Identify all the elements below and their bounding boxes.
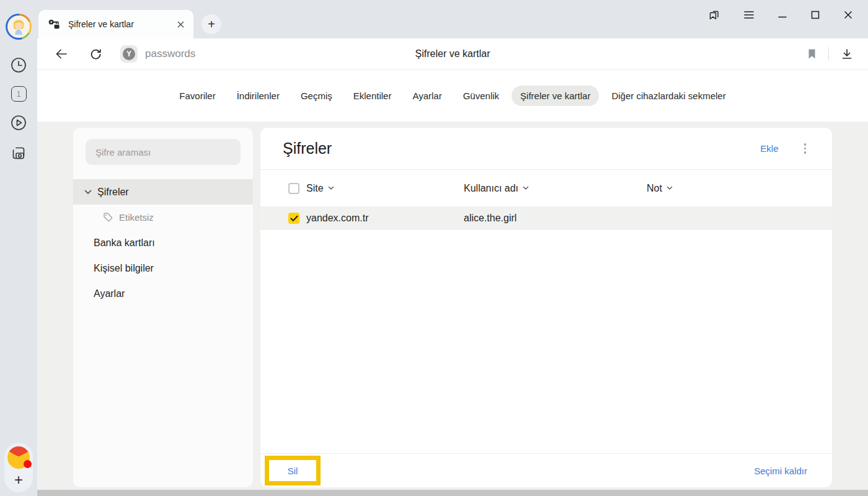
user-avatar[interactable] bbox=[6, 14, 32, 40]
toolbar-right-group bbox=[807, 47, 868, 61]
table-header-row: Site Kullanıcı adı Not bbox=[260, 170, 832, 206]
sidebar-item-banka-kartlari[interactable]: Banka kartları bbox=[73, 230, 253, 255]
new-tab-button[interactable]: + bbox=[202, 14, 221, 34]
sidebar-item-label: Kişisel bilgiler bbox=[94, 263, 154, 274]
back-arrow-icon[interactable] bbox=[55, 48, 68, 60]
site-favicon-badge[interactable]: Y bbox=[120, 45, 138, 63]
check-icon bbox=[290, 215, 298, 222]
tag-icon bbox=[103, 212, 113, 223]
panel-footer: Sil Seçimi kaldır bbox=[260, 454, 832, 487]
menu-hamburger-icon[interactable] bbox=[743, 10, 755, 20]
nav-item-indirilenler[interactable]: İndirilenler bbox=[228, 86, 288, 106]
search-container bbox=[86, 139, 241, 165]
settings-nav: Favoriler İndirilenler Geçmiş Eklentiler… bbox=[37, 70, 868, 122]
cell-site: yandex.com.tr bbox=[306, 213, 464, 224]
nav-item-diger-cihazlar[interactable]: Diğer cihazlardaki sekmeler bbox=[603, 86, 734, 106]
side-rail: 1 + bbox=[0, 0, 37, 496]
chevron-down-icon bbox=[84, 190, 92, 195]
column-label: Site bbox=[306, 183, 324, 194]
browser-tab-passwords[interactable]: Şifreler ve kartlar bbox=[38, 10, 193, 38]
toolbar-page-title: Şifreler ve kartlar bbox=[415, 48, 490, 60]
nav-item-guvenlik[interactable]: Güvenlik bbox=[454, 86, 508, 106]
sidebar-item-label: Şifreler bbox=[97, 187, 129, 198]
close-window-icon[interactable] bbox=[843, 10, 853, 20]
play-media-icon[interactable] bbox=[9, 113, 28, 132]
sidebar-item-kisisel-bilgiler[interactable]: Kişisel bilgiler bbox=[73, 255, 253, 281]
delete-button-highlight-annotation: Sil bbox=[265, 456, 321, 485]
sidebar-menu: Şifreler Etiketsiz Banka kartları bbox=[73, 179, 253, 306]
avatar-girl-icon bbox=[9, 17, 28, 36]
delete-button[interactable]: Sil bbox=[288, 466, 298, 476]
sort-chevron-icon bbox=[523, 186, 529, 190]
reload-icon[interactable] bbox=[89, 48, 102, 61]
column-header-note[interactable]: Not bbox=[647, 183, 832, 194]
yandex-y-icon: Y bbox=[123, 48, 135, 60]
row-checkbox-checked[interactable] bbox=[288, 213, 299, 224]
rail-add-button[interactable]: + bbox=[14, 472, 23, 489]
tab-strip: Şifreler ve kartlar + bbox=[37, 0, 868, 38]
window-controls bbox=[708, 2, 868, 27]
clear-selection-button[interactable]: Seçimi kaldır bbox=[754, 466, 807, 476]
history-clock-icon[interactable] bbox=[9, 56, 28, 74]
rail-icon-group: 1 bbox=[9, 56, 28, 162]
nav-item-favoriler[interactable]: Favoriler bbox=[170, 86, 224, 106]
cell-username: alice.the.girl bbox=[464, 213, 647, 224]
password-search-input[interactable] bbox=[86, 139, 241, 165]
tab-counter-value: 1 bbox=[16, 89, 20, 99]
sidebar-item-label: Etiketsiz bbox=[119, 212, 154, 223]
minimize-icon[interactable] bbox=[777, 10, 787, 20]
select-all-checkbox[interactable] bbox=[288, 183, 299, 194]
browser-window: 1 + bbox=[0, 0, 868, 496]
rail-bottom-group: + bbox=[4, 443, 33, 492]
column-header-site[interactable]: Site bbox=[306, 183, 464, 194]
table-row[interactable]: yandex.com.tr alice.the.girl bbox=[260, 206, 832, 230]
passwords-panel: Şifreler Ekle Site Kullanıcı adı bbox=[260, 128, 832, 487]
column-label: Not bbox=[647, 183, 662, 194]
window-bottom-edge bbox=[37, 490, 868, 496]
download-icon[interactable] bbox=[841, 48, 853, 60]
sidebar-item-sifreler[interactable]: Şifreler bbox=[73, 179, 253, 205]
url-text[interactable]: passwords bbox=[145, 48, 195, 60]
toolbar-divider bbox=[828, 47, 829, 61]
nav-item-ayarlar[interactable]: Ayarlar bbox=[404, 86, 450, 106]
nav-item-eklentiler[interactable]: Eklentiler bbox=[345, 86, 401, 106]
sort-chevron-icon bbox=[666, 186, 673, 190]
column-header-username[interactable]: Kullanıcı adı bbox=[464, 183, 647, 194]
table-empty-space bbox=[260, 230, 832, 453]
passwords-sidebar: Şifreler Etiketsiz Banka kartları bbox=[73, 128, 253, 487]
panel-header: Şifreler Ekle bbox=[260, 128, 832, 169]
nav-item-gecmis[interactable]: Geçmiş bbox=[292, 86, 341, 106]
key-card-icon bbox=[48, 18, 60, 30]
tab-close-icon[interactable] bbox=[175, 19, 186, 30]
sort-chevron-icon bbox=[328, 186, 334, 190]
avatar-image bbox=[7, 16, 30, 38]
sidebar-item-label: Ayarlar bbox=[94, 288, 125, 299]
screenshot-camera-icon[interactable] bbox=[9, 144, 28, 162]
side-panel-bookmarks-icon[interactable] bbox=[708, 9, 720, 21]
sidebar-item-etiketsiz[interactable]: Etiketsiz bbox=[73, 205, 253, 230]
column-label: Kullanıcı adı bbox=[464, 183, 518, 194]
more-options-kebab-icon[interactable] bbox=[803, 142, 808, 155]
address-toolbar: Y passwords Şifreler ve kartlar bbox=[37, 38, 868, 70]
tab-counter-button[interactable]: 1 bbox=[11, 86, 27, 102]
panel-title: Şifreler bbox=[283, 140, 332, 157]
main-column: Şifreler ve kartlar + bbox=[37, 0, 868, 496]
sidebar-item-ayarlar[interactable]: Ayarlar bbox=[73, 281, 253, 306]
maximize-icon[interactable] bbox=[810, 10, 820, 20]
nav-item-sifreler-ve-kartlar[interactable]: Şifreler ve kartlar bbox=[512, 86, 599, 106]
yandex-browser-logo-icon[interactable] bbox=[7, 446, 30, 469]
panels-area: Şifreler Etiketsiz Banka kartları bbox=[37, 122, 868, 490]
add-password-button[interactable]: Ekle bbox=[760, 143, 778, 154]
page-content: Favoriler İndirilenler Geçmiş Eklentiler… bbox=[37, 70, 868, 496]
tab-title: Şifreler ve kartlar bbox=[68, 19, 175, 29]
sidebar-item-label: Banka kartları bbox=[94, 237, 155, 249]
bookmark-icon[interactable] bbox=[807, 48, 817, 60]
